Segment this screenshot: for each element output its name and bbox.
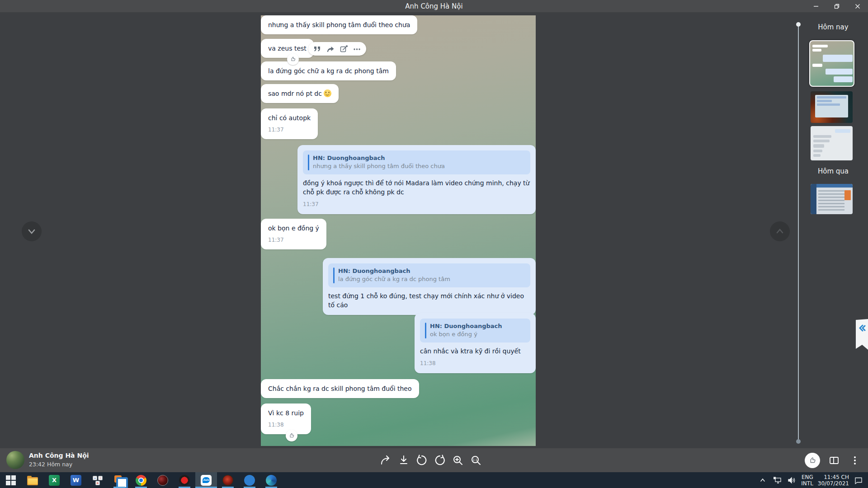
taskbar-zalo-icon[interactable]: Zalo — [195, 472, 217, 488]
edit-icon — [340, 45, 348, 52]
message-text: va zeus test — [268, 45, 307, 52]
quoted-text: la đứng góc chữ a kg ra dc phong tâm — [338, 275, 525, 283]
message-text: la đứng góc chữ a kg ra dc phong tâm — [268, 67, 389, 75]
chat-message-with-quote: HN: Duonghoangbachla đứng góc chữ a kg r… — [323, 258, 536, 315]
quoted-text: nhưng a thấy skill phong tâm đuổi theo c… — [313, 162, 525, 170]
svg-text:1:1: 1:1 — [473, 458, 477, 461]
message-bubble: HN: Duonghoangbachnhưng a thấy skill pho… — [297, 145, 536, 214]
message-hover-toolbar — [308, 42, 366, 56]
recorder-icon — [179, 475, 190, 486]
taskbar-dark-orb-icon[interactable] — [152, 472, 174, 488]
message-bubble: la đứng góc chữ a kg ra dc phong tâm — [261, 61, 396, 80]
chat-message: nhưng a thấy skill phong tâm đuổi theo c… — [261, 15, 417, 34]
chevron-up-icon — [760, 477, 766, 483]
chevron-down-icon — [25, 225, 38, 238]
like-button[interactable] — [805, 453, 820, 468]
message-time: 11:37 — [268, 125, 311, 134]
quoted-message: HN: Duonghoangbachla đứng góc chữ a kg r… — [328, 263, 530, 287]
file-explorer-icon — [27, 477, 38, 485]
restore-icon — [834, 4, 840, 9]
thumbs-up-icon — [290, 56, 296, 62]
zoom-in-button[interactable] — [451, 454, 465, 467]
viewer-footer: Anh Công Hà Nội 23:42 Hôm nay 1:1 — [0, 448, 868, 472]
rotate-left-button[interactable] — [415, 454, 429, 467]
split-view-button[interactable] — [827, 454, 841, 467]
taskbar-chrome-icon[interactable] — [130, 472, 152, 488]
taskbar-excel-icon[interactable]: X — [43, 472, 65, 488]
minimize-button[interactable] — [806, 0, 826, 12]
network-icon — [773, 476, 782, 484]
chat-message: chỉ có autopk11:37 — [261, 108, 318, 139]
more-vertical-icon — [851, 455, 859, 465]
taskbar-vmware-icon[interactable] — [108, 472, 130, 488]
zoom-actual-icon: 1:1 — [470, 454, 482, 467]
thumbnail-photo-3[interactable] — [811, 126, 853, 160]
close-icon — [855, 4, 860, 9]
window-title: Anh Công Hà Nội — [405, 2, 462, 10]
taskbar-windows-start-icon[interactable] — [0, 472, 22, 488]
windows-start-icon — [6, 475, 16, 485]
sent-time: 23:42 Hôm nay — [29, 461, 72, 468]
share-button[interactable] — [379, 454, 392, 467]
section-label-today: Hôm nay — [798, 23, 868, 31]
section-label-yesterday: Hôm qua — [798, 167, 868, 175]
chat-message: Vì kc 8 ruip11:38 — [261, 404, 311, 434]
message-bubble: chỉ có autopk11:37 — [261, 108, 318, 139]
nav-previous-button[interactable] — [22, 221, 42, 241]
chevron-up-icon — [774, 225, 786, 238]
taskbar-edge-icon[interactable] — [260, 472, 282, 488]
language-indicator[interactable]: ENGINTL — [801, 474, 813, 487]
download-button[interactable] — [397, 454, 410, 467]
quote-icon — [314, 46, 321, 52]
message-text: Chắc chắn kg ra dc skill phong tâm đuổi … — [268, 385, 412, 392]
title-bar: Anh Công Hà Nội — [0, 0, 868, 12]
download-icon — [397, 454, 410, 467]
volume-button[interactable] — [787, 474, 797, 486]
message-time: 11:38 — [268, 420, 304, 429]
message-bubble: ok bọn e đồng ý11:37 — [261, 219, 326, 249]
zalo-icon: Zalo — [201, 475, 212, 486]
message-bubble: va zeus test — [261, 39, 314, 58]
network-status-button[interactable] — [772, 474, 782, 486]
more-options-button[interactable] — [848, 454, 862, 467]
message-bubble: HN: Duonghoangbachla đứng góc chữ a kg r… — [323, 258, 536, 315]
rotate-cw-icon — [434, 454, 446, 467]
taskbar-file-explorer-icon[interactable] — [22, 472, 43, 488]
message-bubble: Vì kc 8 ruip11:38 — [261, 404, 311, 434]
chat-message: va zeus test — [261, 39, 314, 58]
windows-taskbar: XWuinZalo — [0, 472, 868, 488]
action-center-button[interactable] — [854, 474, 863, 486]
quoted-sender-name: HN: Duonghoangbach — [338, 267, 525, 275]
clock[interactable]: 11:45 CH30/07/2021 — [818, 474, 849, 487]
word-icon: W — [71, 475, 81, 486]
thumbnail-photo-2[interactable] — [811, 91, 853, 123]
thumbnail-photo-4[interactable] — [811, 184, 853, 214]
zoom-actual-size-button[interactable]: 1:1 — [469, 454, 483, 467]
message-bubble: HN: Duonghoangbachok bọn e đồng ýcân nhắ… — [415, 313, 536, 373]
chat-message: ok bọn e đồng ý11:37 — [261, 219, 326, 249]
rotate-right-button[interactable] — [433, 454, 447, 467]
hidden-icons-button[interactable] — [758, 474, 768, 486]
photo-viewer: nhưng a thấy skill phong tâm đuổi theo c… — [0, 12, 868, 448]
taskbar-game-icon[interactable] — [217, 472, 239, 488]
thumbs-up-icon — [288, 432, 295, 439]
restore-button[interactable] — [826, 0, 847, 12]
zoom-in-icon — [452, 454, 464, 467]
message-bubble: Chắc chắn kg ra dc skill phong tâm đuổi … — [261, 379, 419, 398]
vmware-icon — [114, 475, 125, 486]
chat-message: sao mdr nó pt dc — [261, 84, 339, 103]
taskbar-unikey-icon[interactable]: uin — [87, 472, 108, 488]
message-like-button — [286, 430, 297, 441]
nav-next-button[interactable] — [770, 221, 790, 241]
thumbnail-current-photo[interactable] — [809, 40, 854, 87]
viewed-chat-screenshot: nhưng a thấy skill phong tâm đuổi theo c… — [261, 15, 536, 446]
taskbar-recorder-icon[interactable] — [174, 472, 195, 488]
game-icon — [222, 475, 233, 486]
taskbar-word-icon[interactable]: W — [65, 472, 87, 488]
notification-icon — [854, 476, 863, 484]
message-bubble: nhưng a thấy skill phong tâm đuổi theo c… — [261, 15, 417, 34]
close-button[interactable] — [847, 0, 868, 12]
taskbar-remote-viewer-icon[interactable] — [239, 472, 260, 488]
double-chevron-left-icon — [859, 324, 866, 332]
sender-avatar[interactable] — [6, 451, 24, 469]
